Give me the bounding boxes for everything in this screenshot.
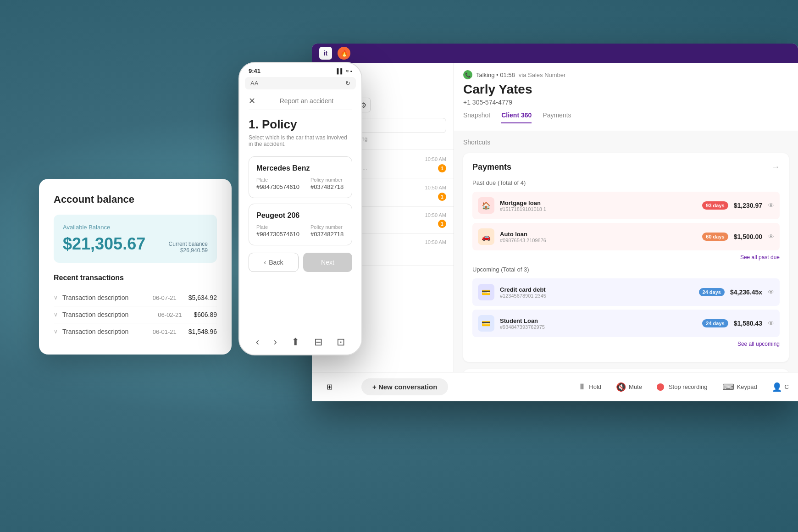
new-conversation-button[interactable]: + New conversation xyxy=(361,378,448,395)
refresh-icon[interactable]: ↻ xyxy=(345,80,350,87)
vehicle-card-peugeot[interactable]: Peugeot 206 Plate #984730574610 Policy n… xyxy=(249,204,352,245)
tabs-icon[interactable]: ⊡ xyxy=(337,336,345,348)
payment-name: Auto loan xyxy=(500,231,697,238)
payment-item-auto[interactable]: 🚗 Auto loan #09876543 2109876 60 days $1… xyxy=(472,223,780,250)
share-icon[interactable]: ⬆ xyxy=(291,336,299,348)
phone-bottom-bar: ‹ › ⬆ ⊟ ⊡ xyxy=(239,332,361,355)
mute-icon: 🔇 xyxy=(616,382,626,392)
payment-amount: $1,500.00 xyxy=(734,233,762,240)
payments-expand-icon[interactable]: → xyxy=(771,162,780,172)
close-button[interactable]: ✕ xyxy=(249,96,255,106)
payment-item-student[interactable]: 💳 Student Loan #934847393762975 24 days … xyxy=(472,310,780,337)
plate-value: #984730574610 xyxy=(256,231,299,238)
contact-button[interactable]: 👤 C xyxy=(772,382,789,392)
car-icon: 🚗 xyxy=(478,228,494,245)
tx-date: 06-01-21 xyxy=(153,328,177,335)
plate-label: Plate xyxy=(256,224,299,230)
unread-badge: 1 xyxy=(438,193,446,201)
mute-button[interactable]: 🔇 Mute xyxy=(616,382,642,392)
policy-label: Policy number xyxy=(310,177,344,183)
stop-record-icon xyxy=(657,383,664,391)
tx-desc: Transaction description xyxy=(62,311,153,318)
next-button[interactable]: Next xyxy=(303,253,352,272)
contact-icon: 👤 xyxy=(772,382,782,392)
payments-title: Payments xyxy=(472,162,511,172)
client-header: 📞 Talking • 01:58 via Sales Number Carly… xyxy=(454,63,798,131)
payment-info: Auto loan #09876543 2109876 xyxy=(500,231,697,243)
chevron-icon: ∨ xyxy=(54,311,58,318)
balance-box: Available Balance $21,305.67 Current bal… xyxy=(54,215,217,263)
payment-acct: #934847393762975 xyxy=(500,324,697,330)
see-all-upcoming-link[interactable]: See all upcoming xyxy=(472,341,780,347)
book-icon[interactable]: ⊟ xyxy=(314,336,322,348)
vehicle-policy-group: Policy number #037482718 xyxy=(310,177,344,190)
tx-date: 06-02-21 xyxy=(158,311,182,318)
phone-address-bar[interactable]: AA ↻ xyxy=(245,77,356,89)
tab-snapshot[interactable]: Snapshot xyxy=(463,111,490,123)
hold-button[interactable]: ⏸ Hold xyxy=(578,382,601,392)
keypad-button[interactable]: ⌨ Keypad xyxy=(722,382,757,392)
payment-item-mortgage[interactable]: 🏠 Mortgage loan #15171819101018 1 93 day… xyxy=(472,192,780,219)
client-content: Shortcuts Payments → Past due (Total of … xyxy=(454,131,798,372)
phone-time: 9:41 xyxy=(249,67,260,74)
transaction-row: ∨ Transaction description 06-01-21 $1,54… xyxy=(54,323,217,340)
vehicle-plate-group: Plate #984730574610 xyxy=(256,177,299,190)
tx-desc: Transaction description xyxy=(62,328,148,335)
crm-bottom-bar: ⊞ + New conversation ⏸ Hold 🔇 Mute Stop … xyxy=(312,372,798,401)
back-nav-icon[interactable]: ‹ xyxy=(256,336,259,348)
recent-transactions-label: Recent transactions xyxy=(54,274,217,282)
tx-amount: $5,634.92 xyxy=(188,294,217,301)
vehicle-name: Mercedes Benz xyxy=(256,164,344,172)
forward-nav-icon[interactable]: › xyxy=(274,336,277,348)
status-icons: ▌▌ ≈ ▪ xyxy=(337,68,352,74)
unread-badge: 1 xyxy=(438,164,446,172)
eye-icon[interactable]: 👁 xyxy=(768,202,774,209)
crm-body: ions Queue ☰ ⊟ ⚙ rs to start searching 2… xyxy=(312,63,798,372)
payment-acct: #09876543 2109876 xyxy=(500,238,697,243)
eye-icon[interactable]: 👁 xyxy=(768,320,774,327)
nav-buttons: ‹ Back Next xyxy=(249,253,352,272)
upcoming-badge: 24 days xyxy=(699,288,725,296)
call-status: Talking • 01:58 xyxy=(476,72,515,78)
transaction-row: ∨ Transaction description 06-02-21 $606.… xyxy=(54,306,217,323)
transaction-row: ∨ Transaction description 06-07-21 $5,63… xyxy=(54,289,217,306)
call-status-row: 📞 Talking • 01:58 via Sales Number xyxy=(463,70,789,79)
back-button[interactable]: ‹ Back xyxy=(249,253,299,272)
vehicle-card-mercedes[interactable]: Mercedes Benz Plate #984730574610 Policy… xyxy=(249,156,352,198)
card-icon: 💳 xyxy=(478,284,494,300)
payment-name: Mortgage loan xyxy=(500,200,697,206)
available-label: Available Balance xyxy=(63,224,208,231)
tab-payments[interactable]: Payments xyxy=(543,111,571,123)
conv-item-time: 10:50 AM xyxy=(425,239,446,245)
upcoming-badge: 24 days xyxy=(702,319,728,327)
current-balance: Current balance $26,940.59 xyxy=(169,241,208,254)
balance-amount: $21,305.67 xyxy=(63,234,145,253)
client-phone: +1 305-574-4779 xyxy=(463,99,789,106)
client-tabs: Snapshot Client 360 Payments xyxy=(463,111,789,123)
payment-amount: $1,580.43 xyxy=(734,320,762,327)
call-icon: 📞 xyxy=(463,70,472,79)
phone-frame: 9:41 ▌▌ ≈ ▪ AA ↻ ✕ Report an accident 1.… xyxy=(238,62,362,355)
past-due-label: Past due (Total of 4) xyxy=(472,179,780,186)
overdue-badge: 93 days xyxy=(702,201,728,210)
payment-item-credit[interactable]: 💳 Credit card debt #12345678901 2345 24 … xyxy=(472,278,780,306)
grid-icon-button[interactable]: ⊞ xyxy=(321,379,338,395)
payment-acct: #15171819101018 1 xyxy=(500,206,697,212)
phone-content: ✕ Report an accident 1. Policy Select wh… xyxy=(239,92,361,272)
chevron-icon: ∨ xyxy=(54,328,58,335)
see-all-past-due-link[interactable]: See all past due xyxy=(472,254,780,260)
phone-status-bar: 9:41 ▌▌ ≈ ▪ xyxy=(239,63,361,77)
unread-badge: 1 xyxy=(438,220,446,228)
tx-amount: $606.89 xyxy=(194,311,217,318)
step-title: 1. Policy xyxy=(249,117,352,132)
tab-client360[interactable]: Client 360 xyxy=(501,111,532,123)
shortcuts-label: Shortcuts xyxy=(463,139,789,146)
bank-card: Account balance Available Balance $21,30… xyxy=(39,179,232,355)
bank-card-title: Account balance xyxy=(54,194,217,205)
stop-recording-button[interactable]: Stop recording xyxy=(657,383,708,391)
eye-icon[interactable]: 👁 xyxy=(768,288,774,296)
payments-section: Payments → Past due (Total of 4) 🏠 Mortg… xyxy=(463,153,789,362)
main-balance: $21,305.67 xyxy=(63,234,145,254)
eye-icon[interactable]: 👁 xyxy=(768,233,774,240)
app-logo: it xyxy=(319,47,332,60)
